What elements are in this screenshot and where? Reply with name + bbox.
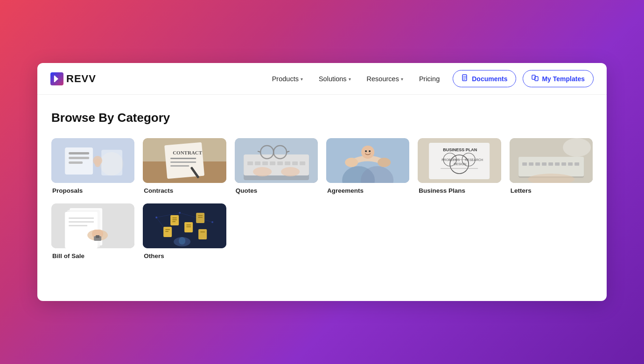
logo[interactable]: REVV: [50, 72, 96, 85]
documents-button[interactable]: Documents: [453, 70, 516, 87]
nav-item-pricing[interactable]: Pricing: [413, 71, 446, 86]
svg-rect-27: [277, 161, 283, 165]
svg-point-37: [281, 167, 300, 176]
categories-row2: Bill of Sale: [51, 203, 593, 259]
chevron-down-icon: ▾: [349, 77, 351, 82]
logo-text: REVV: [66, 73, 96, 85]
svg-rect-11: [95, 159, 100, 167]
empty-cell-4: [510, 203, 593, 259]
svg-rect-69: [574, 162, 579, 166]
nav-item-resources[interactable]: Resources ▾: [360, 71, 410, 86]
category-label-contracts: Contracts: [143, 187, 226, 194]
svg-point-42: [378, 158, 391, 167]
svg-rect-97: [186, 224, 191, 225]
nav-links: Products ▾ Solutions ▾ Resources ▾ Prici…: [266, 70, 594, 87]
svg-rect-6: [69, 157, 89, 159]
my-templates-button[interactable]: My Templates: [523, 70, 594, 87]
main-card: REVV Products ▾ Solutions ▾ Resources ▾ …: [37, 63, 607, 301]
svg-point-44: [365, 150, 367, 152]
empty-cell-1: [235, 203, 318, 259]
category-others[interactable]: Others: [143, 203, 226, 259]
svg-rect-9: [101, 150, 122, 175]
svg-text:PROBLEMS: PROBLEMS: [441, 158, 460, 161]
empty-cell-3: [418, 203, 501, 259]
category-contracts[interactable]: CONTRACT Contracts: [143, 138, 226, 194]
document-icon: [462, 74, 469, 83]
svg-rect-23: [247, 161, 253, 165]
svg-rect-106: [200, 231, 205, 232]
category-image-bill-of-sale: [51, 203, 134, 248]
category-label-proposals: Proposals: [51, 187, 134, 194]
category-label-agreements: Agreements: [326, 187, 409, 194]
categories-row1: Proposals CONTRACT: [51, 138, 593, 194]
svg-rect-7: [69, 161, 83, 164]
category-quotes[interactable]: Quotes: [235, 138, 318, 194]
svg-rect-75: [65, 212, 98, 248]
category-image-quotes: [235, 138, 318, 183]
category-label-others: Others: [143, 252, 226, 259]
svg-rect-60: [518, 157, 584, 176]
navbar: REVV Products ▾ Solutions ▾ Resources ▾ …: [37, 63, 607, 95]
svg-rect-103: [198, 215, 203, 216]
svg-rect-26: [270, 161, 275, 165]
svg-rect-29: [292, 161, 298, 165]
category-proposals[interactable]: Proposals: [51, 138, 134, 194]
svg-text:BUSINESS PLAN: BUSINESS PLAN: [443, 147, 477, 152]
svg-rect-62: [529, 162, 533, 166]
category-label-quotes: Quotes: [235, 187, 318, 194]
category-agreements[interactable]: Agreements: [326, 138, 409, 194]
svg-rect-14: [165, 142, 205, 179]
svg-point-36: [253, 167, 272, 176]
svg-rect-78: [69, 225, 87, 226]
svg-rect-67: [561, 162, 566, 166]
svg-rect-17: [170, 161, 196, 163]
chevron-down-icon: ▾: [401, 77, 403, 82]
svg-rect-95: [172, 221, 175, 222]
svg-point-41: [345, 158, 358, 167]
content-area: Browse By Category: [37, 95, 607, 276]
svg-rect-18: [170, 165, 189, 167]
nav-item-products[interactable]: Products ▾: [266, 71, 309, 86]
svg-point-70: [563, 138, 591, 157]
chevron-down-icon: ▾: [301, 77, 303, 82]
svg-rect-93: [172, 217, 177, 218]
svg-rect-4: [65, 147, 93, 175]
svg-rect-5: [69, 152, 89, 154]
svg-rect-30: [300, 161, 305, 165]
svg-rect-64: [542, 162, 546, 166]
svg-rect-77: [69, 221, 94, 223]
templates-icon: [532, 74, 539, 83]
category-business-plans[interactable]: BUSINESS PLAN DESIGN PROBLEMS RESEARCH B…: [418, 138, 501, 194]
category-bill-of-sale[interactable]: Bill of Sale: [51, 203, 134, 259]
category-label-bill-of-sale: Bill of Sale: [51, 252, 134, 259]
nav-item-solutions[interactable]: Solutions ▾: [312, 71, 357, 86]
category-image-business-plans: BUSINESS PLAN DESIGN PROBLEMS RESEARCH: [418, 138, 501, 183]
svg-rect-104: [198, 217, 203, 218]
category-image-proposals: [51, 138, 134, 183]
svg-rect-16: [170, 158, 196, 159]
svg-text:CONTRACT: CONTRACT: [173, 150, 203, 155]
category-letters[interactable]: Letters: [510, 138, 593, 194]
svg-rect-105: [198, 229, 207, 239]
svg-rect-82: [96, 235, 99, 238]
logo-icon: [50, 72, 63, 85]
section-title: Browse By Category: [51, 111, 593, 125]
category-image-contracts: CONTRACT: [143, 138, 226, 183]
category-label-business-plans: Business Plans: [418, 187, 501, 194]
svg-point-45: [369, 150, 371, 152]
svg-rect-25: [262, 161, 268, 165]
svg-text:RESEARCH: RESEARCH: [465, 158, 483, 161]
svg-point-43: [361, 146, 374, 159]
svg-rect-61: [522, 162, 527, 166]
svg-rect-63: [535, 162, 540, 166]
category-image-others: [143, 203, 226, 248]
category-image-agreements: [326, 138, 409, 183]
svg-rect-76: [69, 217, 94, 219]
category-label-letters: Letters: [510, 187, 593, 194]
svg-rect-28: [285, 161, 290, 165]
svg-rect-68: [568, 162, 573, 166]
svg-rect-101: [165, 231, 168, 232]
svg-rect-100: [165, 229, 170, 230]
svg-rect-65: [548, 162, 553, 166]
svg-text:DESIGN: DESIGN: [454, 162, 466, 166]
